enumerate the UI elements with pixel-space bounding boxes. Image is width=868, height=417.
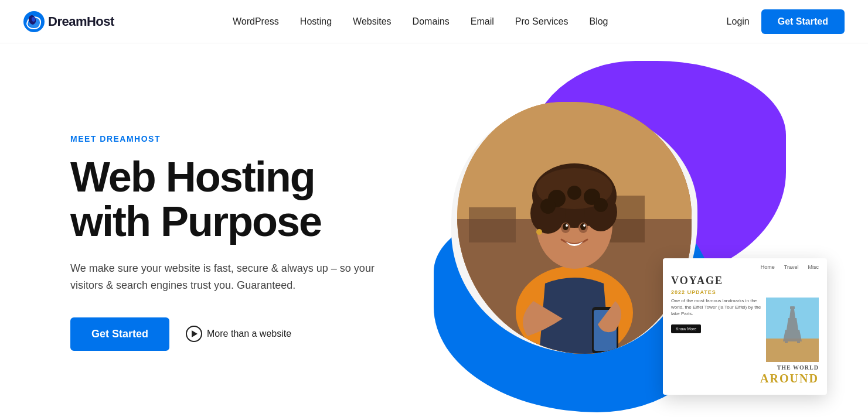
svg-point-21 [563,223,569,230]
nav-wordpress[interactable]: WordPress [233,16,279,27]
login-link[interactable]: Login [727,16,750,27]
svg-rect-37 [788,326,797,327]
svg-point-18 [594,198,608,212]
voyage-card-header: Home Travel Misc VOYAGE 2022 UPDATES [663,258,827,295]
nav-hosting[interactable]: Hosting [300,16,332,27]
logo-icon [23,11,45,32]
hero-get-started-button[interactable]: Get Started [70,317,169,351]
hero-visual: Home Travel Misc VOYAGE 2022 UPDATES One… [422,78,821,406]
voyage-text-col: One of the most famous landmarks in the … [671,298,761,388]
more-label: More than a website [207,329,291,339]
hero-eyebrow: MEET DREAMHOST [70,134,422,143]
hero-title: Web Hosting with Purpose [70,155,422,244]
hero-subtitle: We make sure your website is fast, secur… [70,260,375,294]
svg-point-17 [540,199,556,214]
nav-actions: Login Get Started [727,9,845,34]
voyage-img-col: THE WORLD AROUND [766,298,819,388]
nav-domains[interactable]: Domains [413,16,450,27]
nav-get-started-button[interactable]: Get Started [761,9,845,34]
voyage-the-world: THE WORLD [766,364,819,371]
svg-point-22 [580,223,586,230]
hero-actions: Get Started More than a website [70,317,422,351]
nav-email[interactable]: Email [471,16,494,27]
voyage-title: VOYAGE [671,275,819,287]
voyage-know-more-button[interactable]: Know More [671,324,701,333]
svg-point-25 [536,229,542,235]
hero-section: MEET DREAMHOST Web Hosting with Purpose … [0,43,868,417]
svg-point-24 [583,224,586,227]
svg-rect-30 [790,306,795,309]
svg-point-23 [566,224,568,227]
nav-pro-services[interactable]: Pro Services [515,16,569,27]
voyage-image-area: THE WORLD AROUND [766,298,819,385]
play-icon [186,326,202,342]
voyage-around: AROUND [760,372,819,385]
more-than-website-button[interactable]: More than a website [186,326,291,342]
logo[interactable]: DreamHost [23,11,114,32]
nav-websites[interactable]: Websites [353,16,392,27]
voyage-body: One of the most famous landmarks in the … [663,298,827,395]
logo-text: DreamHost [48,14,114,29]
svg-rect-35 [797,339,800,343]
svg-rect-29 [766,339,819,362]
svg-rect-36 [787,334,798,336]
svg-point-16 [567,186,581,200]
svg-rect-34 [785,339,788,343]
play-triangle [192,330,198,337]
voyage-tower-svg [766,298,819,362]
voyage-nav: Home Travel Misc [671,264,819,270]
main-nav: DreamHost WordPress Hosting Websites Dom… [0,0,868,43]
svg-rect-5 [469,207,516,242]
voyage-body-text: One of the most famous landmarks in the … [671,298,761,317]
hero-content: MEET DREAMHOST Web Hosting with Purpose … [70,134,422,351]
voyage-card: Home Travel Misc VOYAGE 2022 UPDATES One… [663,258,827,395]
svg-marker-32 [787,318,798,330]
nav-links: WordPress Hosting Websites Domains Email… [233,16,608,27]
nav-blog[interactable]: Blog [589,16,608,27]
voyage-updates: 2022 UPDATES [671,289,819,295]
